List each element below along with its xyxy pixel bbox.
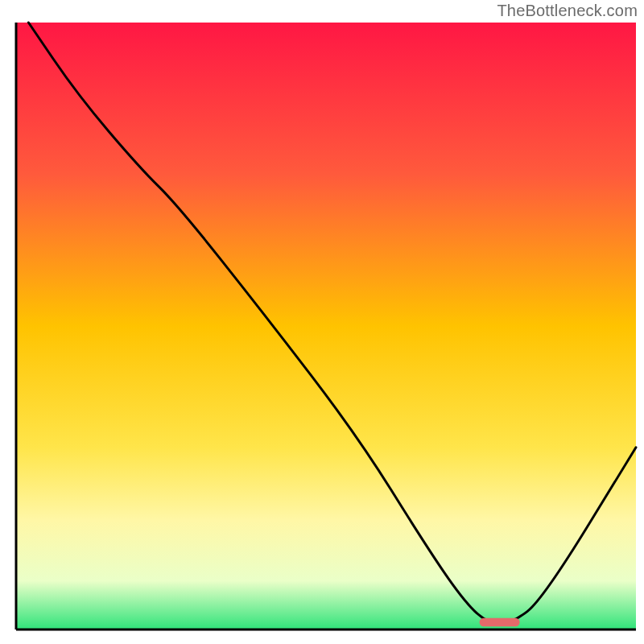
chart-svg xyxy=(0,0,644,644)
plot-background xyxy=(16,23,636,630)
bottleneck-chart xyxy=(0,0,644,644)
optimal-marker xyxy=(480,618,520,627)
